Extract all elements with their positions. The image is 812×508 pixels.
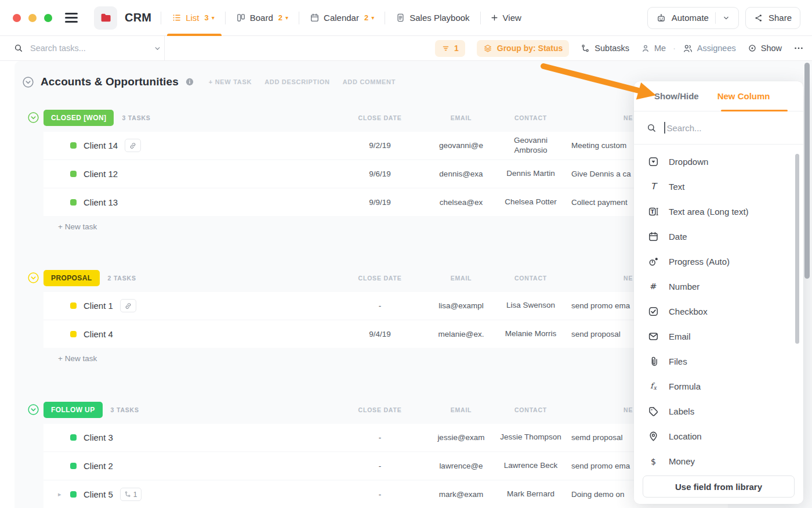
new-task-action[interactable]: + NEW TASK xyxy=(209,78,252,85)
subtasks-toggle[interactable]: Subtasks xyxy=(581,44,629,53)
cell-close-date[interactable]: 9/9/19 xyxy=(328,198,432,207)
window-close-button[interactable] xyxy=(13,14,21,22)
field-type-item[interactable]: Formula xyxy=(634,374,796,399)
task-name[interactable]: Client 1 xyxy=(84,301,113,311)
task-name[interactable]: Client 12 xyxy=(84,169,118,179)
tab-show-hide[interactable]: Show/Hide xyxy=(654,91,699,101)
tab-new-column[interactable]: New Column xyxy=(717,91,770,101)
task-name[interactable]: Client 5 xyxy=(84,489,113,499)
task-name[interactable]: Client 4 xyxy=(84,329,113,339)
task-name[interactable]: Client 14 xyxy=(84,140,118,150)
cell-contact[interactable]: Dennis Martin xyxy=(490,169,571,179)
task-name[interactable]: Client 2 xyxy=(84,461,113,471)
status-pill[interactable]: CLOSED [WON] xyxy=(44,110,114,126)
cell-close-date[interactable]: - xyxy=(328,301,432,310)
assignees-filter[interactable]: Assignees xyxy=(683,43,736,53)
task-row[interactable]: ▸ Client 1 - lisa@exampl Lisa Swenson se… xyxy=(44,292,728,319)
task-row[interactable]: ▸ Client 2 - lawrence@e Lawrence Beck se… xyxy=(44,452,728,480)
field-type-item[interactable]: Progress (Auto) xyxy=(634,249,796,274)
field-type-item[interactable]: Labels xyxy=(634,399,796,424)
cell-email[interactable]: dennis@exa xyxy=(432,170,490,178)
info-icon[interactable] xyxy=(185,77,194,87)
task-row[interactable]: ▸ Client 12 9/6/19 dennis@exa Dennis Mar… xyxy=(44,160,728,188)
subtask-count-badge[interactable]: 1 xyxy=(120,488,142,501)
field-type-item[interactable]: Location xyxy=(634,424,796,449)
window-zoom-button[interactable] xyxy=(44,14,52,22)
task-name[interactable]: Client 13 xyxy=(84,197,118,207)
column-header-contact[interactable]: CONTACT xyxy=(490,406,571,413)
field-search-input[interactable] xyxy=(667,123,793,133)
task-row[interactable]: ▸ Client 14 9/2/19 geovanni@e Geovanni A… xyxy=(44,132,728,159)
task-row[interactable]: ▸ Client 5 1 - mark@exam Mark Bernard Do… xyxy=(44,481,728,508)
column-header-contact[interactable]: CONTACT xyxy=(490,275,571,282)
field-type-item[interactable]: Dropdown xyxy=(634,149,796,174)
use-field-from-library-button[interactable]: Use field from library xyxy=(643,475,795,498)
cell-close-date[interactable]: - xyxy=(328,433,432,442)
column-header-email[interactable]: EMAIL xyxy=(432,275,490,282)
cell-email[interactable]: mark@exam xyxy=(432,490,490,499)
column-header-contact[interactable]: CONTACT xyxy=(490,114,571,121)
cell-email[interactable]: lisa@exampl xyxy=(432,301,490,310)
task-status-icon[interactable] xyxy=(70,142,77,149)
more-options-icon[interactable] xyxy=(793,43,804,53)
task-search[interactable] xyxy=(14,44,162,53)
task-status-icon[interactable] xyxy=(70,199,77,206)
task-status-icon[interactable] xyxy=(70,331,77,337)
tab-sales-playbook[interactable]: Sales Playbook xyxy=(394,0,470,36)
add-comment-action[interactable]: ADD COMMENT xyxy=(343,78,396,85)
field-type-item[interactable]: Checkbox xyxy=(634,299,796,324)
task-status-icon[interactable] xyxy=(70,463,77,469)
expand-caret-icon[interactable]: ▸ xyxy=(58,491,63,498)
field-type-item[interactable]: Email xyxy=(634,324,796,349)
new-task-button[interactable]: + New task xyxy=(44,349,728,368)
chevron-down-icon[interactable] xyxy=(153,44,162,53)
project-folder-chip[interactable] xyxy=(94,6,117,30)
panel-search[interactable] xyxy=(634,111,803,145)
tab-board[interactable]: Board 2 ▾ xyxy=(235,0,289,36)
filter-count-pill[interactable]: 1 xyxy=(435,40,465,57)
task-status-icon[interactable] xyxy=(70,434,77,441)
me-filter[interactable]: Me xyxy=(641,44,666,53)
chevron-down-icon[interactable] xyxy=(722,14,730,22)
field-type-item[interactable]: Number xyxy=(634,274,796,299)
column-header-close-date[interactable]: CLOSE DATE xyxy=(328,275,432,282)
window-minimize-button[interactable] xyxy=(28,14,37,22)
group-by-pill[interactable]: Group by: Status xyxy=(477,40,570,57)
cell-close-date[interactable]: - xyxy=(328,490,432,499)
cell-close-date[interactable]: 9/6/19 xyxy=(328,170,432,178)
column-header-email[interactable]: EMAIL xyxy=(432,406,490,413)
field-type-item[interactable]: Date xyxy=(634,224,796,249)
column-header-close-date[interactable]: CLOSE DATE xyxy=(328,114,432,121)
task-row[interactable]: ▸ Client 13 9/9/19 chelsea@ex Chelsea Po… xyxy=(44,189,728,216)
add-description-action[interactable]: ADD DESCRIPTION xyxy=(264,78,330,85)
task-row[interactable]: ▸ Client 3 - jessie@exam Jessie Thompson… xyxy=(44,424,728,451)
field-type-item[interactable]: Money xyxy=(634,449,796,470)
task-row[interactable]: ▸ Client 4 9/4/19 melanie@ex. Melanie Mo… xyxy=(44,320,728,348)
cell-email[interactable]: lawrence@e xyxy=(432,462,490,470)
cell-close-date[interactable]: - xyxy=(328,462,432,470)
link-chip[interactable] xyxy=(125,139,141,152)
share-button[interactable]: Share xyxy=(745,7,800,29)
panel-scrollbar[interactable] xyxy=(795,154,799,344)
cell-email[interactable]: jessie@exam xyxy=(432,433,490,442)
task-status-icon[interactable] xyxy=(70,491,77,498)
field-type-item[interactable]: Files xyxy=(634,349,796,374)
window-scrollbar[interactable] xyxy=(804,63,810,279)
tab-list[interactable]: List 3 ▾ xyxy=(171,0,216,36)
add-view-button[interactable]: View xyxy=(490,13,521,23)
sidebar-toggle-icon[interactable] xyxy=(65,13,78,22)
show-menu[interactable]: Show xyxy=(748,44,782,53)
cell-email[interactable]: melanie@ex. xyxy=(432,330,490,338)
cell-contact[interactable]: Lisa Swenson xyxy=(490,301,571,311)
group-collapse-icon[interactable] xyxy=(27,403,39,416)
cell-contact[interactable]: Melanie Morris xyxy=(490,329,571,339)
column-header-email[interactable]: EMAIL xyxy=(432,114,490,121)
cell-contact[interactable]: Mark Bernard xyxy=(490,489,571,499)
group-collapse-icon[interactable] xyxy=(27,272,39,284)
column-header-close-date[interactable]: CLOSE DATE xyxy=(328,406,432,413)
new-task-button[interactable]: + New task xyxy=(44,217,728,236)
tab-calendar[interactable]: Calendar 2 ▾ xyxy=(309,0,375,36)
link-chip[interactable] xyxy=(120,299,136,312)
cell-close-date[interactable]: 9/2/19 xyxy=(328,141,432,150)
cell-contact[interactable]: Jessie Thompson xyxy=(490,433,571,442)
